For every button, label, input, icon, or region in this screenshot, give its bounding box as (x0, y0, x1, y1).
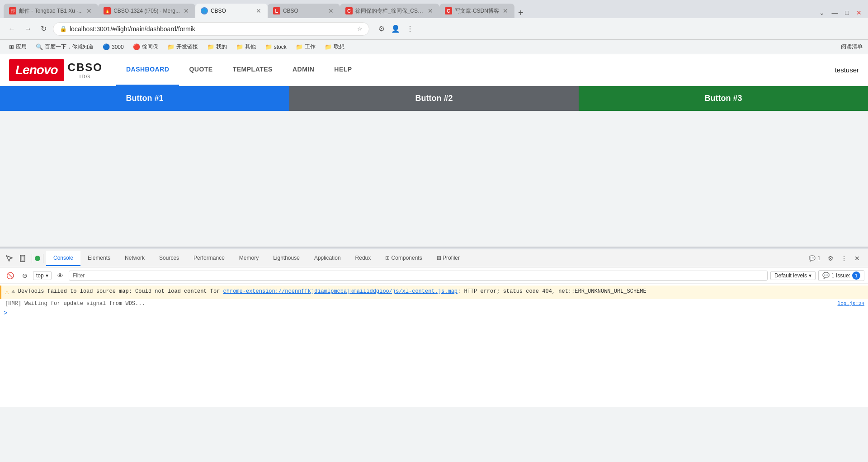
tab-favicon-4: L (273, 7, 280, 14)
bookmark-stock-label: stock (274, 44, 287, 50)
tab-favicon-3: 🌐 (201, 7, 208, 14)
context-dropdown[interactable]: top ▾ (33, 271, 52, 280)
app-header: Lenovo CBSO IDG DASHBOARD QUOTE TEMPLATE… (0, 54, 868, 86)
devtools-more-button[interactable]: ⋮ (838, 253, 850, 264)
devtools-tab-performance[interactable]: Performance (186, 251, 232, 266)
new-tab-button[interactable]: + (514, 8, 527, 18)
app-button-1[interactable]: Button #1 (0, 86, 289, 111)
levels-chevron-icon: ▾ (809, 272, 811, 279)
address-right-actions: ⚙ 👤 ⋮ (377, 23, 415, 35)
folder-devlinks-icon: 📁 (167, 43, 175, 50)
nav-admin[interactable]: ADMIN (283, 54, 324, 86)
devtools-tab-memory[interactable]: Memory (232, 251, 266, 266)
devtools-tab-console[interactable]: Console (46, 251, 80, 266)
devtools-tab-application[interactable]: Application (307, 251, 348, 266)
browser-tab-6[interactable]: C 写文章-CSDN博客 ✕ (439, 4, 514, 18)
console-clear-button[interactable]: 🚫 (4, 271, 17, 281)
devtools-tab-components[interactable]: ⊞ Components (378, 251, 429, 266)
devtools-tabs-right: 💬 1 ⚙ ⋮ ✕ (806, 253, 865, 264)
devtools-tab-redux[interactable]: Redux (348, 251, 378, 266)
url-bar[interactable]: 🔒 localhost:3001/#/light/main/dashboard/… (53, 22, 369, 36)
nav-templates[interactable]: TEMPLATES (223, 54, 283, 86)
console-filter-button[interactable]: ⊝ (19, 271, 30, 281)
maximize-button[interactable]: □ (843, 7, 852, 18)
app-wrapper: Lenovo CBSO IDG DASHBOARD QUOTE TEMPLATE… (0, 54, 868, 247)
tab-search-button[interactable]: ⌄ (816, 7, 827, 18)
browser-tab-1[interactable]: 邮 邮件 - Tongbao TB1 Xu -... ✕ (4, 4, 98, 18)
browser-tab-2[interactable]: 🔥 CBSO-1324 (!705) · Merg... ✕ (98, 4, 195, 18)
tab-close-6[interactable]: ✕ (502, 7, 509, 15)
bookmark-devlinks[interactable]: 📁 开发链接 (164, 42, 202, 52)
baidu-icon: 🔍 (36, 43, 43, 50)
devtools-settings-button[interactable]: ⚙ (825, 253, 836, 264)
bookmark-apps[interactable]: ⊞ 应用 (5, 42, 30, 52)
bookmark-other[interactable]: 📁 其他 (232, 42, 259, 52)
bookmark-xu[interactable]: 🔴 徐同保 (129, 42, 162, 52)
browser-tab-4[interactable]: L CBSO ✕ (268, 4, 340, 18)
tab-close-5[interactable]: ✕ (427, 7, 434, 15)
hmr-location[interactable]: log.js:24 (838, 301, 864, 306)
back-button[interactable]: ← (5, 23, 18, 35)
console-eye-button[interactable]: 👁 (54, 271, 66, 281)
tab-close-3[interactable]: ✕ (255, 7, 262, 15)
reload-button[interactable]: ↻ (38, 23, 49, 35)
svg-rect-1 (21, 256, 24, 260)
bookmark-lenovo[interactable]: 📁 联想 (321, 42, 348, 52)
forward-button[interactable]: → (22, 23, 34, 35)
error-link[interactable]: chrome-extension://ncennffkjdiamlpmcbajk… (223, 288, 458, 295)
cbso-text: CBSO (68, 61, 103, 74)
cbso-logo: CBSO IDG (64, 61, 103, 79)
bookmark-stock[interactable]: 📁 stock (261, 43, 290, 51)
bookmark-work-label: 工作 (305, 43, 316, 51)
toolbar-sep-2 (43, 254, 43, 263)
default-levels-dropdown[interactable]: Default levels ▾ (770, 271, 816, 280)
icon-3000: 🔵 (103, 43, 110, 50)
bookmark-star-icon[interactable]: ☆ (357, 25, 363, 32)
devtools-device-tool[interactable] (16, 252, 29, 265)
nav-help[interactable]: HELP (324, 54, 362, 86)
devtools-tab-elements[interactable]: Elements (80, 251, 118, 266)
console-filter-input[interactable] (69, 271, 768, 281)
folder-stock-icon: 📁 (265, 43, 272, 50)
devtools-tab-network[interactable]: Network (118, 251, 152, 266)
idg-text: IDG (68, 74, 103, 79)
dropdown-chevron-icon: ▾ (46, 272, 48, 279)
devtools-tab-lighthouse[interactable]: Lighthouse (266, 251, 307, 266)
bookmark-work[interactable]: 📁 工作 (292, 42, 319, 52)
app-button-2[interactable]: Button #2 (289, 86, 579, 111)
logo-section: Lenovo CBSO IDG (9, 59, 103, 81)
extensions-button[interactable]: ⚙ (377, 23, 387, 35)
issue-count-badge: 1 (852, 271, 860, 280)
browser-tab-3[interactable]: 🌐 CBSO ✕ (195, 4, 268, 18)
tab-close-4[interactable]: ✕ (327, 7, 335, 15)
devtools-tab-profiler[interactable]: ⊞ Profiler (429, 251, 467, 266)
devtools-toolbar: Console Elements Network Sources Perform… (0, 249, 868, 267)
console-toolbar: 🚫 ⊝ top ▾ 👁 Default levels ▾ 💬 1 Issue: … (0, 267, 868, 284)
issue-badge[interactable]: 💬 1 Issue: 1 (818, 270, 864, 281)
devtools-select-tool[interactable] (3, 252, 15, 265)
tab-title-1: 邮件 - Tongbao TB1 Xu -... (19, 7, 83, 15)
profile-button[interactable]: 👤 (389, 23, 402, 35)
bookmark-mine[interactable]: 📁 我的 (203, 42, 231, 52)
browser-tab-5[interactable]: C 徐同保的专栏_徐同保_CSD... ✕ (340, 4, 439, 18)
console-content: ⚠ ⚠ DevTools failed to load source map: … (0, 284, 868, 407)
tab-close-1[interactable]: ✕ (85, 7, 93, 15)
devtools-tab-sources[interactable]: Sources (152, 251, 186, 266)
nav-dashboard[interactable]: DASHBOARD (116, 54, 179, 86)
bookmarks-bar: ⊞ 应用 🔍 百度一下，你就知道 🔵 3000 🔴 徐同保 📁 开发链接 📁 我… (0, 40, 868, 54)
close-window-button[interactable]: ✕ (854, 7, 864, 18)
console-prompt-row[interactable]: > (0, 308, 868, 318)
bookmark-3000[interactable]: 🔵 3000 (99, 43, 127, 51)
devtools-issue-counter[interactable]: 💬 1 (806, 253, 823, 263)
app-button-3[interactable]: Button #3 (579, 86, 868, 111)
url-text: localhost:3001/#/light/main/dashboard/fo… (70, 25, 354, 33)
bookmark-apps-label: 应用 (16, 43, 27, 51)
bookmark-baidu[interactable]: 🔍 百度一下，你就知道 (32, 42, 97, 52)
reader-mode-button[interactable]: 阅读清单 (841, 43, 863, 51)
minimize-button[interactable]: — (829, 7, 841, 18)
nav-quote[interactable]: QUOTE (179, 54, 222, 86)
devtools-close-button[interactable]: ✕ (852, 253, 863, 264)
more-button[interactable]: ⋮ (405, 23, 415, 35)
tab-close-2[interactable]: ✕ (183, 7, 190, 15)
folder-work-icon: 📁 (296, 43, 303, 50)
